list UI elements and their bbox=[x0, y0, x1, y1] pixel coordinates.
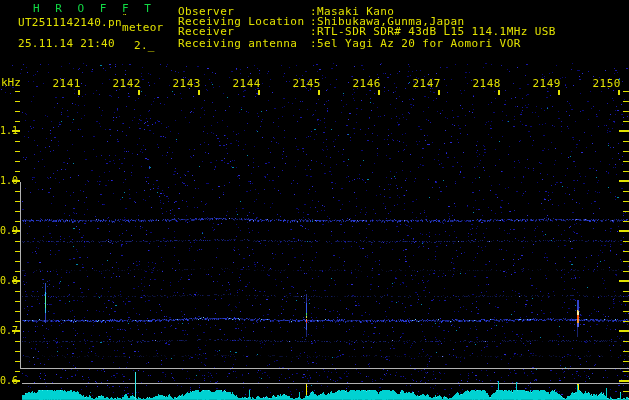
freq-tick-left bbox=[15, 121, 20, 122]
freq-tick-left bbox=[15, 191, 20, 192]
freq-tick-left bbox=[15, 221, 20, 222]
echo-counter: 2._ bbox=[134, 40, 155, 51]
time-tick-label: 2143 bbox=[171, 78, 201, 89]
freq-tick-left bbox=[12, 230, 20, 232]
freq-tick-right bbox=[623, 121, 629, 122]
info-label-receiving-antenna: Receiving antenna bbox=[178, 38, 297, 49]
info-value-receiving-antenna: :5el Yagi Az 20 for Aomori VOR bbox=[310, 38, 521, 49]
app-title: H R O F F T bbox=[33, 3, 155, 14]
time-tick-label: 2150 bbox=[591, 78, 621, 89]
freq-tick-left bbox=[15, 171, 20, 172]
freq-tick-right bbox=[619, 330, 629, 332]
time-tick bbox=[78, 90, 80, 95]
freq-tick-right bbox=[619, 230, 629, 232]
freq-tick-right bbox=[623, 111, 629, 112]
freq-tick-right bbox=[623, 101, 629, 102]
freq-tick-left bbox=[15, 341, 20, 342]
freq-tick-left bbox=[15, 361, 20, 362]
time-tick-label: 2147 bbox=[411, 78, 441, 89]
freq-tick-right bbox=[623, 261, 629, 262]
freq-tick-right bbox=[623, 251, 629, 252]
freq-tick-right bbox=[623, 141, 629, 142]
freq-tick-left bbox=[15, 101, 20, 102]
freq-tick-right bbox=[623, 161, 629, 162]
time-tick bbox=[498, 90, 500, 95]
freq-tick-left bbox=[15, 351, 20, 352]
freq-tick-left bbox=[12, 380, 20, 382]
info-value-receiver: :RTL-SDR SDR# 43dB L15 114.1MHz USB bbox=[310, 26, 556, 37]
freq-tick-left bbox=[15, 201, 20, 202]
freq-axis-title: kHz bbox=[1, 77, 21, 88]
time-tick-label: 2148 bbox=[471, 78, 501, 89]
freq-tick-left bbox=[15, 251, 20, 252]
time-tick-label: 2146 bbox=[351, 78, 381, 89]
freq-tick-right bbox=[623, 151, 629, 152]
time-tick-label: 2145 bbox=[291, 78, 321, 89]
freq-tick-right bbox=[623, 311, 629, 312]
time-tick-label: 2149 bbox=[531, 78, 561, 89]
freq-tick-right bbox=[623, 221, 629, 222]
freq-tick-left bbox=[15, 91, 20, 92]
freq-tick-right bbox=[623, 341, 629, 342]
freq-tick-right bbox=[619, 130, 629, 132]
freq-tick-right bbox=[619, 280, 629, 282]
freq-tick-left bbox=[15, 161, 20, 162]
freq-tick-left bbox=[12, 330, 20, 332]
freq-tick-left bbox=[15, 141, 20, 142]
freq-tick-left bbox=[15, 291, 20, 292]
datetime-text: 25.11.14 21:40 bbox=[18, 38, 115, 49]
time-tick bbox=[378, 90, 380, 95]
filename-overlay-text: meteor bbox=[122, 22, 164, 33]
time-tick bbox=[318, 90, 320, 95]
freq-tick-right bbox=[623, 271, 629, 272]
freq-tick-left bbox=[15, 371, 20, 372]
freq-tick-left bbox=[12, 280, 20, 282]
freq-tick-left bbox=[15, 211, 20, 212]
time-tick bbox=[618, 90, 620, 95]
time-tick-label: 2142 bbox=[111, 78, 141, 89]
freq-tick-right bbox=[623, 171, 629, 172]
freq-tick-left bbox=[15, 151, 20, 152]
freq-tick-right bbox=[623, 351, 629, 352]
freq-tick-left bbox=[15, 241, 20, 242]
freq-tick-left bbox=[15, 311, 20, 312]
freq-tick-right bbox=[623, 241, 629, 242]
time-tick bbox=[558, 90, 560, 95]
freq-tick-left bbox=[12, 180, 20, 182]
info-label-receiver: Receiver bbox=[178, 26, 234, 37]
freq-tick-right bbox=[623, 291, 629, 292]
freq-tick-left bbox=[15, 111, 20, 112]
filename-text: UT2511142140.pn bbox=[18, 17, 122, 28]
time-tick bbox=[138, 90, 140, 95]
freq-tick-left bbox=[15, 261, 20, 262]
spectrogram-canvas bbox=[0, 0, 629, 400]
hrofft-screen: H R O F F T UT2511142140.pn ¨ meteor 25.… bbox=[0, 0, 629, 400]
freq-tick-left bbox=[15, 271, 20, 272]
freq-tick-right bbox=[623, 91, 629, 92]
time-tick-label: 2144 bbox=[231, 78, 261, 89]
time-tick-label: 2141 bbox=[51, 78, 81, 89]
freq-tick-right bbox=[623, 361, 629, 362]
freq-tick-right bbox=[623, 391, 629, 392]
freq-tick-right bbox=[623, 321, 629, 322]
freq-tick-right bbox=[623, 191, 629, 192]
freq-tick-left bbox=[12, 130, 20, 132]
time-tick bbox=[438, 90, 440, 95]
freq-tick-right bbox=[623, 301, 629, 302]
freq-tick-right bbox=[623, 211, 629, 212]
freq-tick-right bbox=[623, 201, 629, 202]
time-tick bbox=[258, 90, 260, 95]
freq-tick-left bbox=[15, 321, 20, 322]
time-tick bbox=[198, 90, 200, 95]
freq-tick-right bbox=[619, 380, 629, 382]
freq-tick-right bbox=[619, 180, 629, 182]
freq-tick-right bbox=[623, 371, 629, 372]
freq-tick-left bbox=[15, 301, 20, 302]
